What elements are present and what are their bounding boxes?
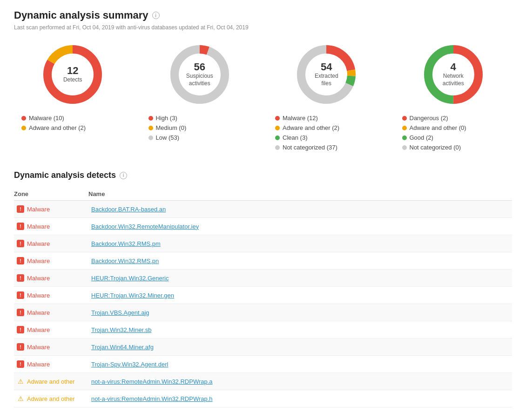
malware-icon-1: !	[17, 223, 24, 230]
chart-suspicious: 56 Suspiciousactivities High (3) Medium …	[141, 42, 259, 154]
donut-svg-suspicious	[167, 42, 232, 107]
table-row: ! Malware Trojan-Spy.Win32.Agent.derl	[14, 356, 512, 373]
table-row: ! Malware Backdoor.BAT.RA-based.an	[14, 201, 512, 218]
zone-label-6: Malware	[27, 309, 50, 316]
zone-label-9: Malware	[27, 361, 50, 368]
adware-icon-11: ⚠	[17, 395, 24, 402]
legend-suspicious: High (3) Medium (0) Low (53)	[141, 115, 259, 144]
chart-extracted: 54 Extractedfiles Malware (12) Adware an…	[268, 42, 385, 154]
legend-item-extracted-2: Clean (3)	[275, 134, 385, 141]
col-zone: Zone	[14, 190, 88, 197]
legend-dot-extracted-1	[275, 126, 280, 130]
zone-cell-6: ! Malware	[17, 309, 91, 316]
detect-name-6[interactable]: Trojan.VBS.Agent.ajg	[91, 309, 509, 316]
legend-detects: Malware (10) Adware and other (2)	[14, 115, 132, 134]
charts-row: 12 Detects Malware (10) Adware and other…	[14, 42, 512, 154]
legend-label-detects-1: Adware and other (2)	[29, 124, 86, 131]
legend-dot-network-1	[402, 126, 407, 130]
page-title: Dynamic analysis summary i	[14, 9, 512, 21]
zone-cell-5: ! Malware	[17, 291, 91, 299]
zone-label-2: Malware	[27, 240, 50, 247]
detect-name-7[interactable]: Trojan.Win32.Miner.sb	[91, 326, 509, 333]
legend-item-suspicious-0: High (3)	[148, 115, 259, 122]
legend-label-extracted-2: Clean (3)	[283, 134, 307, 141]
legend-dot-suspicious-0	[148, 116, 153, 121]
legend-label-suspicious-0: High (3)	[156, 115, 177, 122]
detect-name-8[interactable]: Trojan.Win64.Miner.afg	[91, 344, 509, 351]
legend-label-network-2: Good (2)	[410, 134, 433, 141]
svg-point-5	[175, 49, 225, 100]
detect-name-5[interactable]: HEUR:Trojan.Win32.Miner.gen	[91, 292, 509, 299]
detect-name-0[interactable]: Backdoor.BAT.RA-based.an	[91, 206, 509, 213]
legend-dot-suspicious-1	[148, 126, 153, 130]
donut-detects: 12 Detects	[40, 42, 105, 107]
legend-item-extracted-3: Not categorized (37)	[275, 144, 385, 151]
subtitle: Last scan performed at Fri, Oct 04, 2019…	[14, 24, 512, 31]
malware-icon-8: !	[17, 343, 24, 351]
detect-name-1[interactable]: Backdoor.Win32.RemoteManipulator.iey	[91, 223, 509, 230]
section2-title: Dynamic analysis detects i	[14, 170, 512, 180]
zone-label-3: Malware	[27, 257, 50, 264]
legend-item-suspicious-2: Low (53)	[148, 134, 259, 141]
zone-label-7: Malware	[27, 326, 50, 333]
legend-label-extracted-0: Malware (12)	[283, 115, 318, 122]
zone-cell-10: ⚠ Adware and other	[17, 378, 91, 385]
zone-label-11: Adware and other	[27, 395, 75, 402]
legend-dot-detects-1	[21, 126, 26, 130]
zone-label-4: Malware	[27, 275, 50, 282]
detect-name-9[interactable]: Trojan-Spy.Win32.Agent.derl	[91, 361, 509, 368]
malware-icon-5: !	[17, 291, 24, 299]
zone-cell-7: ! Malware	[17, 326, 91, 333]
legend-network: Dangerous (2) Adware and other (0) Good …	[395, 115, 513, 154]
legend-item-network-2: Good (2)	[402, 134, 513, 141]
table-row: ! Malware Trojan.VBS.Agent.ajg	[14, 304, 512, 321]
legend-item-network-0: Dangerous (2)	[402, 115, 513, 122]
zone-cell-11: ⚠ Adware and other	[17, 395, 91, 402]
donut-svg-detects	[40, 42, 105, 107]
zone-cell-8: ! Malware	[17, 343, 91, 351]
title-info-icon[interactable]: i	[152, 12, 160, 19]
zone-cell-3: ! Malware	[17, 257, 91, 264]
legend-item-detects-0: Malware (10)	[21, 115, 132, 122]
table-row: ! Malware HEUR:Trojan.Win32.Miner.gen	[14, 287, 512, 304]
legend-item-suspicious-1: Medium (0)	[148, 124, 259, 131]
zone-cell-0: ! Malware	[17, 205, 91, 213]
malware-icon-9: !	[17, 360, 24, 368]
detect-name-4[interactable]: HEUR:Trojan.Win32.Generic	[91, 275, 509, 282]
malware-icon-3: !	[17, 257, 24, 264]
zone-label-10: Adware and other	[27, 378, 75, 385]
malware-icon-6: !	[17, 309, 24, 316]
detect-name-3[interactable]: Backdoor.Win32.RMS.pn	[91, 257, 509, 264]
table-row: ⚠ Adware and other not-a-virus:RemoteAdm…	[14, 373, 512, 390]
table-row: ⚠ Adware and other not-a-virus:RemoteAdm…	[14, 390, 512, 407]
detect-name-11[interactable]: not-a-virus:RemoteAdmin.Win32.RDPWrap.h	[91, 395, 509, 402]
legend-item-network-3: Not categorized (0)	[402, 144, 513, 151]
chart-network: 4 Networkactivities Dangerous (2) Adware…	[395, 42, 513, 154]
detect-name-2[interactable]: Backdoor.Win32.RMS.pm	[91, 240, 509, 247]
legend-label-extracted-1: Adware and other (2)	[283, 124, 339, 131]
malware-icon-7: !	[17, 326, 24, 333]
legend-dot-network-2	[402, 135, 407, 140]
adware-icon-10: ⚠	[17, 378, 24, 385]
legend-label-network-3: Not categorized (0)	[410, 144, 461, 151]
donut-suspicious: 56 Suspiciousactivities	[167, 42, 232, 107]
table-row: ! Malware Trojan.Win64.Miner.afg	[14, 339, 512, 356]
legend-dot-detects-0	[21, 116, 26, 121]
legend-label-network-1: Adware and other (0)	[410, 124, 466, 131]
donut-network: 4 Networkactivities	[421, 42, 486, 107]
legend-item-extracted-1: Adware and other (2)	[275, 124, 385, 131]
section2-info-icon[interactable]: i	[120, 172, 127, 179]
legend-dot-network-0	[402, 116, 407, 121]
legend-dot-suspicious-2	[148, 135, 153, 140]
legend-label-suspicious-2: Low (53)	[156, 134, 180, 141]
table-row: ! Malware Backdoor.Win32.RMS.pm	[14, 235, 512, 252]
detects-table: Zone Name ! Malware Backdoor.BAT.RA-base…	[14, 188, 512, 407]
detect-name-10[interactable]: not-a-virus:RemoteAdmin.Win32.RDPWrap.a	[91, 378, 509, 385]
malware-icon-0: !	[17, 205, 24, 213]
zone-cell-2: ! Malware	[17, 240, 91, 247]
zone-label-1: Malware	[27, 223, 50, 230]
donut-extracted: 54 Extractedfiles	[294, 42, 359, 107]
legend-label-extracted-3: Not categorized (37)	[283, 144, 337, 151]
malware-icon-4: !	[17, 274, 24, 282]
zone-label-0: Malware	[27, 206, 50, 213]
